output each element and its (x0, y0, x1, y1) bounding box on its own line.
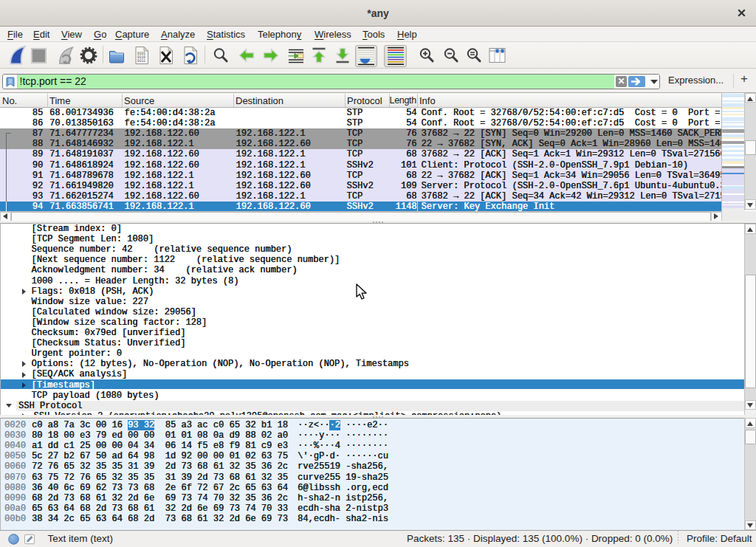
svg-text:0111: 0111 (137, 59, 145, 63)
